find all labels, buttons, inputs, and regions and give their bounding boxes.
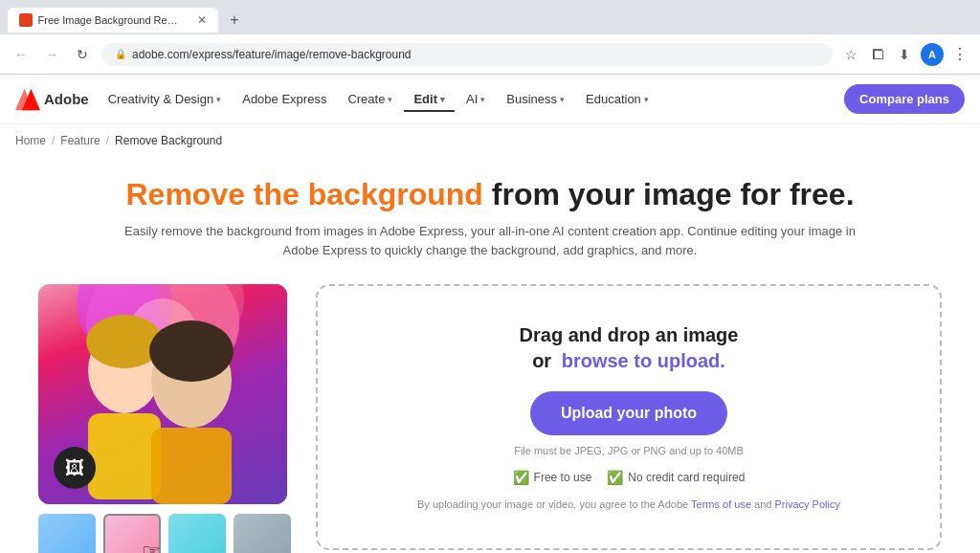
site-navigation: Adobe Creativity & Design ▾ Adobe Expres… [0,75,980,124]
hero-title-highlight: Remove the background [125,177,482,211]
adobe-logo[interactable]: Adobe [15,87,89,112]
address-bar: ← → ↻ 🔒 adobe.com/express/feature/image/… [0,34,980,75]
compare-plans-button[interactable]: Compare plans [844,84,965,114]
breadcrumb: Home / Feature / Remove Background [0,124,980,157]
terms-of-use-link[interactable]: Terms of use [691,498,751,510]
svg-point-10 [86,315,163,368]
forward-button[interactable]: → [40,43,63,66]
thumbnail-4[interactable] [234,514,291,553]
chevron-down-icon: ▾ [388,95,392,104]
breadcrumb-home[interactable]: Home [15,134,46,147]
check-icon-2: ✅ [607,470,623,485]
breadcrumb-separator: / [52,134,55,147]
browse-upload-link[interactable]: browse to upload. [562,350,725,371]
hero-subtitle: Easily remove the background from images… [117,222,863,259]
no-credit-card-badge: ✅ No credit card required [607,470,745,485]
drop-title: Drag and drop an image [520,324,739,346]
nav-creativity-design[interactable]: Creativity & Design ▾ [99,86,232,112]
nav-education[interactable]: Education ▾ [576,86,658,112]
bookmark-icon[interactable]: ☆ [840,44,861,65]
thumbnail-2[interactable]: ☞ [103,514,161,553]
nav-create[interactable]: Create ▾ [338,86,402,112]
page-content: Adobe Creativity & Design ▾ Adobe Expres… [0,75,980,553]
hand-cursor-icon: ☞ [142,540,161,553]
extensions-icon[interactable]: ⧠ [867,44,888,65]
thumbnail-1[interactable] [38,514,96,553]
tab-close-button[interactable]: ✕ [197,13,207,27]
free-to-use-badge: ✅ Free to use [513,470,592,485]
url-text: adobe.com/express/feature/image/remove-b… [132,48,412,61]
main-content: 🖼 ☞ Drag and drop an image or browse to … [0,269,980,553]
hero-title-plain: from your image for free. [483,177,855,211]
thumbnail-strip: ☞ [38,514,287,553]
upload-photo-button[interactable]: Upload your photo [530,391,727,435]
svg-point-11 [149,321,234,382]
tab-favicon [19,13,33,27]
secure-icon: 🔒 [115,49,126,59]
url-field[interactable]: 🔒 adobe.com/express/feature/image/remove… [101,43,833,66]
drop-or: or browse to upload. [532,350,725,372]
svg-rect-9 [151,428,232,504]
breadcrumb-separator: / [106,134,109,147]
adobe-logo-icon [15,87,40,112]
download-icon[interactable]: ⬇ [894,44,915,65]
chevron-down-icon: ▾ [440,95,445,104]
chevron-down-icon: ▾ [560,95,565,104]
file-hint: File must be JPEG, JPG or PNG and up to … [514,445,744,456]
tos-text: By uploading your image or video, you ag… [417,498,840,510]
upload-drop-zone[interactable]: Drag and drop an image or browse to uplo… [316,284,942,550]
nav-adobe-express[interactable]: Adobe Express [233,86,336,112]
breadcrumb-current: Remove Background [115,134,222,147]
nav-edit[interactable]: Edit ▾ [404,86,455,112]
feature-badges: ✅ Free to use ✅ No credit card required [513,470,746,485]
privacy-policy-link[interactable]: Privacy Policy [774,498,839,510]
breadcrumb-feature[interactable]: Feature [60,134,100,147]
check-icon-1: ✅ [513,470,529,485]
nav-business[interactable]: Business ▾ [497,86,574,112]
image-preview-panel: 🖼 ☞ [38,284,287,553]
active-tab[interactable]: Free Image Background Remo... ✕ [8,8,218,33]
tab-bar: Free Image Background Remo... ✕ + [0,0,980,34]
chevron-down-icon: ▾ [644,95,649,104]
address-actions: ☆ ⧠ ⬇ A ⋮ [840,43,970,66]
nav-ai[interactable]: AI ▾ [457,86,495,112]
hero-title: Remove the background from your image fo… [15,176,965,212]
refresh-button[interactable]: ↻ [71,43,94,66]
new-tab-button[interactable]: + [222,8,247,33]
image-edit-icon: 🖼 [65,457,84,479]
back-button[interactable]: ← [10,43,33,66]
preview-image: 🖼 [38,284,287,504]
svg-rect-7 [88,413,161,499]
adobe-wordmark: Adobe [44,91,89,107]
chevron-down-icon: ▾ [216,95,221,104]
profile-avatar[interactable]: A [921,43,944,66]
menu-icon[interactable]: ⋮ [949,44,970,65]
badge-cc-label: No credit card required [628,471,745,484]
hero-section: Remove the background from your image fo… [0,157,980,269]
thumbnail-3[interactable] [168,514,226,553]
tab-title: Free Image Background Remo... [38,14,186,26]
badge-free-label: Free to use [534,471,592,484]
chevron-down-icon: ▾ [480,95,485,104]
